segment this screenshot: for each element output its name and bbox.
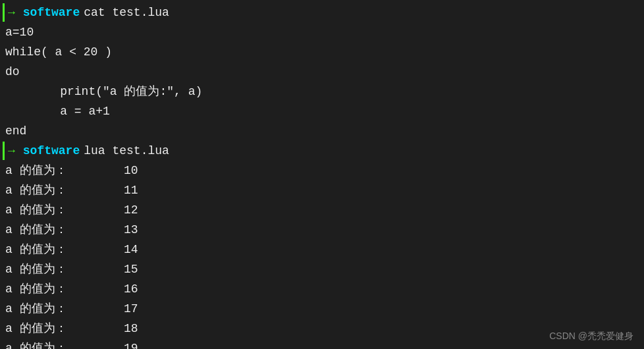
code-line-3: do (0, 62, 644, 82)
prompt-arrow-2: → (8, 142, 15, 160)
output-line-8: a 的值为： 17 (0, 299, 644, 319)
output-line-7: a 的值为： 16 (0, 279, 644, 299)
code-line-5: a = a+1 (0, 101, 644, 121)
output-line-2: a 的值为： 11 (0, 180, 644, 200)
prompt-arrow-1: → (8, 3, 15, 22)
output-line-6: a 的值为： 15 (0, 259, 644, 279)
prompt-software-1: software (23, 3, 80, 22)
watermark: CSDN @禿禿爱健身 (549, 331, 633, 342)
output-line-4: a 的值为： 13 (0, 220, 644, 240)
code-line-1: a=10 (0, 22, 644, 42)
prompt-line-1: → software cat test.lua (0, 3, 644, 22)
output-line-5: a 的值为： 14 (0, 240, 644, 259)
output-line-9: a 的值为： 18 (0, 319, 644, 338)
code-line-4: print("a 的值为:", a) (0, 82, 644, 101)
prompt-cmd-1: cat test.lua (84, 3, 169, 22)
output-line-3: a 的值为： 12 (0, 200, 644, 220)
output-line-1: a 的值为： 10 (0, 161, 644, 180)
code-line-6: end (0, 121, 644, 141)
prompt-cmd-2: lua test.lua (84, 142, 169, 160)
terminal: → software cat test.lua a=10 while( a < … (0, 0, 644, 349)
output-line-10: a 的值为： 19 (0, 338, 644, 349)
prompt-line-2: → software lua test.lua (0, 141, 644, 161)
code-line-2: while( a < 20 ) (0, 42, 644, 62)
prompt-software-2: software (23, 142, 80, 160)
